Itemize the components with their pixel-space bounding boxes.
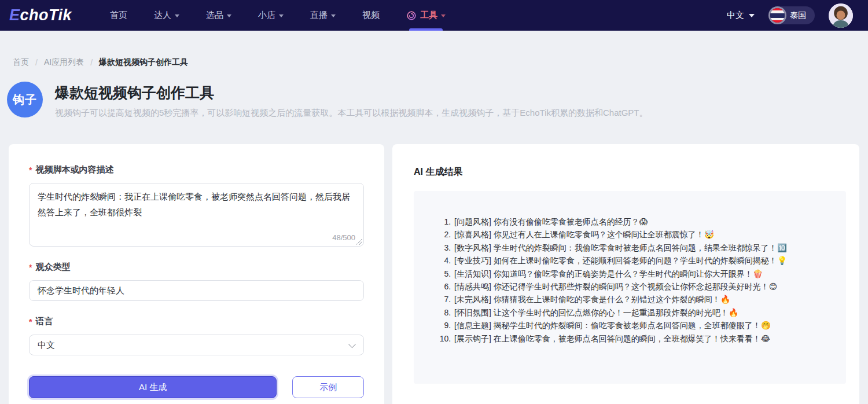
tool-badge: 钩子 [7,82,43,117]
breadcrumb: 首页 / AI应用列表 / 爆款短视频钩子创作工具 [0,31,868,68]
nav-label: 直播 [310,10,328,21]
result-item: [惊喜风格] 你见过有人在上课偷吃零食吗？这个瞬间让全班都震惊了！🤯 [453,228,832,241]
nav-item-videos[interactable]: 视频 [362,0,380,31]
audience-field: * 观众类型 [29,262,364,301]
audience-label-text: 观众类型 [35,262,70,273]
ai-swirl-icon [406,10,417,21]
form-actions: AI 生成 示例 [29,376,364,398]
chevron-down-icon [227,14,231,17]
char-counter: 48/500 [332,233,355,242]
chevron-down-icon [331,14,336,17]
nav-label: 工具 [420,10,437,21]
chevron-down-icon [279,14,284,17]
result-item: [展示钩子] 在上课偷吃零食，被老师点名回答问题的瞬间，全班都爆笑了！快来看看！… [453,332,832,345]
echotik-logo[interactable]: EchoTik [9,6,72,24]
result-item: [情感共鸣] 你还记得学生时代那些炸裂的瞬间吗？这个视频会让你怀念起那段美好时光… [453,280,832,293]
script-field-label: * 视频脚本或内容描述 [29,164,364,175]
input-form-card: * 视频脚本或内容描述 学生时代的炸裂瞬间：我正在上课偷吃零食，被老师突然点名回… [9,144,384,404]
result-item: [怀旧氛围] 让这个学生时代的回忆点燃你的心！一起重温那段炸裂的时光吧！🔥 [453,306,832,319]
page-header: 钩子 爆款短视频钩子创作工具 视频钩子可以提高短视频的5秒完播率，可以影响短视频… [7,82,868,119]
main-content: * 视频脚本或内容描述 学生时代的炸裂瞬间：我正在上课偷吃零食，被老师突然点名回… [0,144,868,404]
header-right-cluster: 中文 泰国 [727,3,853,28]
breadcrumb-separator: / [90,58,93,67]
example-button[interactable]: 示例 [292,376,364,398]
nav-label: 选品 [206,10,223,21]
language-label: 中文 [727,10,744,21]
nav-label: 视频 [362,10,380,21]
results-list: [问题风格] 你有没有偷偷吃零食被老师点名的经历？😱 [惊喜风格] 你见过有人在… [438,215,832,345]
result-item: [专业技巧] 如何在上课时偷吃零食，还能顺利回答老师的问题？学生时代的炸裂瞬间揭… [453,254,832,267]
language-select-wrap [29,335,364,355]
logo-rest: choTik [20,6,72,24]
nav-label: 达人 [154,10,171,21]
results-box: [问题风格] 你有没有偷偷吃零食被老师点名的经历？😱 [惊喜风格] 你见过有人在… [414,191,846,384]
nav-label: 小店 [258,10,275,21]
audience-input[interactable] [29,280,364,301]
nav-item-products[interactable]: 选品 [206,0,231,31]
page-title: 爆款短视频钩子创作工具 [55,83,648,102]
nav-item-home[interactable]: 首页 [110,0,127,31]
nav-item-creators[interactable]: 达人 [154,0,179,31]
page-subtitle: 视频钩子可以提高短视频的5秒完播率，可以影响短视频之后的流量获取。本工具可以根据… [55,108,648,119]
result-item: [问题风格] 你有没有偷偷吃零食被老师点名的经历？😱 [453,215,832,228]
language-switcher[interactable]: 中文 [727,10,755,21]
main-nav: 首页 达人 选品 小店 直播 视频 [110,0,446,31]
result-item: [信息主题] 揭秘学生时代的炸裂瞬间：偷吃零食被老师点名回答问题，全班都傻眼了！… [453,319,832,332]
ai-generate-button[interactable]: AI 生成 [29,376,277,398]
resize-grip-icon[interactable] [356,239,362,245]
chevron-down-icon [441,14,446,17]
breadcrumb-ai-app-list[interactable]: AI应用列表 [44,57,84,68]
script-textarea-wrap: 学生时代的炸裂瞬间：我正在上课偷吃零食，被老师突然点名回答问题，然后我居然答上来… [29,183,364,247]
language-select[interactable] [29,335,364,355]
required-asterisk: * [29,317,32,326]
required-asterisk: * [29,166,32,175]
nav-item-shops[interactable]: 小店 [258,0,284,31]
thailand-flag-icon [770,8,785,23]
chevron-down-icon [749,14,755,17]
region-label: 泰国 [790,10,806,21]
nav-item-livestream[interactable]: 直播 [310,0,336,31]
language-field: * 语言 [29,316,364,355]
language-field-label: * 语言 [29,316,364,327]
result-item: [数字风格] 学生时代的炸裂瞬间：我偷吃零食时被老师点名回答问题，结果全班都惊呆… [453,241,832,254]
title-block: 爆款短视频钩子创作工具 视频钩子可以提高短视频的5秒完播率，可以影响短视频之后的… [55,82,648,119]
required-asterisk: * [29,263,32,272]
active-tab-indicator [409,28,443,31]
result-item: [未完风格] 你猜猜我在上课时偷吃的零食是什么？别错过这个炸裂的瞬间！🔥 [453,293,832,306]
nav-item-tools[interactable]: 工具 [406,0,446,31]
logo-accent-letter: E [9,6,20,24]
breadcrumb-current: 爆款短视频钩子创作工具 [99,57,188,68]
top-navbar: EchoTik 首页 达人 选品 小店 直播 视频 [0,0,868,31]
results-title: AI 生成结果 [414,166,846,178]
script-textarea[interactable]: 学生时代的炸裂瞬间：我正在上课偷吃零食，被老师突然点名回答问题，然后我居然答上来… [29,183,364,247]
breadcrumb-home[interactable]: 首页 [13,57,29,68]
user-avatar[interactable] [829,3,853,28]
audience-field-label: * 观众类型 [29,262,364,273]
language-label-text: 语言 [35,316,53,327]
result-item: [生活知识] 你知道吗？偷吃零食的正确姿势是什么？学生时代的瞬间让你大开眼界！🍿 [453,267,832,280]
results-card: AI 生成结果 [问题风格] 你有没有偷偷吃零食被老师点名的经历？😱 [惊喜风格… [392,144,859,404]
breadcrumb-separator: / [35,58,38,67]
script-label-text: 视频脚本或内容描述 [35,164,113,175]
region-selector[interactable]: 泰国 [768,6,815,24]
chevron-down-icon [175,14,179,17]
nav-label: 首页 [110,10,127,21]
